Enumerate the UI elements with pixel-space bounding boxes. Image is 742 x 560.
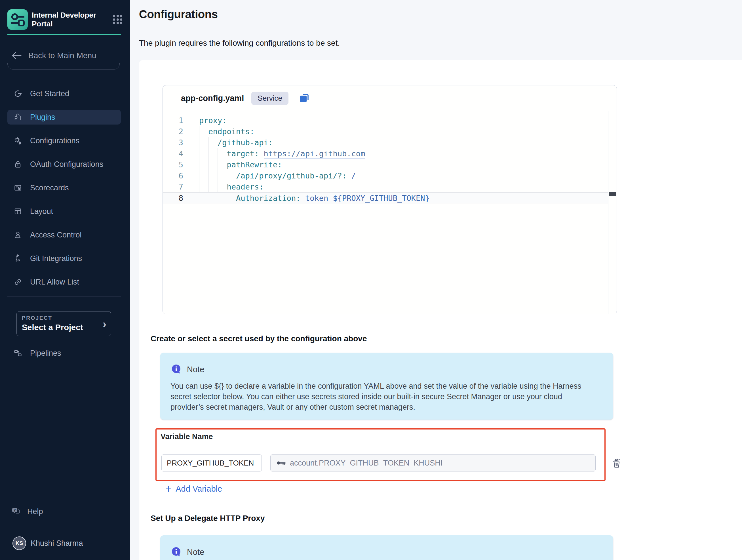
key-icon <box>276 460 286 466</box>
sidebar-divider <box>7 296 121 297</box>
line-number: 7 <box>163 181 183 192</box>
help-chat-icon: ? <box>11 507 20 516</box>
line-number: 6 <box>163 170 183 181</box>
sidebar-item-configurations[interactable]: Configurations <box>7 133 121 148</box>
user-name: Khushi Sharma <box>31 539 83 548</box>
avatar: KS <box>12 537 26 550</box>
pipelines-icon <box>14 349 22 357</box>
svg-text:?: ? <box>14 508 16 512</box>
code-line: 1proxy: <box>163 115 608 126</box>
accent-rule <box>7 34 121 35</box>
project-eyebrow: PROJECT <box>22 315 106 321</box>
secret-selector[interactable]: account.PROXY_GITHUB_TOKEN_KHUSHI <box>270 454 596 471</box>
logo-row: Internal Developer Portal <box>7 9 122 30</box>
help-button[interactable]: ? Help <box>11 505 43 518</box>
sidebar-item-git-integrations[interactable]: Git Integrations <box>7 251 121 266</box>
sidebar-item-access-control[interactable]: Access Control <box>7 227 121 242</box>
sidebar-item-label: Plugins <box>30 113 55 122</box>
service-badge: Service <box>251 92 288 105</box>
project-selector[interactable]: PROJECT Select a Project › <box>16 311 111 336</box>
line-number: 3 <box>163 137 183 148</box>
page-title: Configurations <box>139 8 218 21</box>
sidebar-item-label: Get Started <box>30 89 69 98</box>
back-to-main-menu[interactable]: Back to Main Menu <box>11 49 96 62</box>
arrow-left-icon <box>11 51 22 60</box>
sidebar-item-get-started[interactable]: Get Started <box>7 86 121 101</box>
code-line: 5 pathRewrite: <box>163 159 608 170</box>
code-line: 4 target: https://api.github.com <box>163 148 608 159</box>
line-number: 5 <box>163 159 183 170</box>
line-number: 8 <box>163 193 183 203</box>
module-grid-icon[interactable] <box>113 15 122 24</box>
variable-highlight-box: Variable Name account.PROXY_GITHUB_TOKEN… <box>155 428 605 481</box>
note-box: Note <box>160 535 613 560</box>
sidebar-item-label: Pipelines <box>30 349 61 358</box>
sidebar-item-layout[interactable]: Layout <box>7 204 121 219</box>
line-number: 2 <box>163 126 183 137</box>
editor-header: app-config.yaml Service <box>163 85 617 111</box>
project-label: Select a Project <box>22 323 106 332</box>
delete-variable-icon[interactable] <box>611 458 622 469</box>
variable-name-label: Variable Name <box>161 432 213 441</box>
code-line: 7 headers: <box>163 181 608 192</box>
code-line: 3 /github-api: <box>163 137 608 148</box>
note-title: Note <box>187 548 204 557</box>
page-subtitle: The plugin requires the following config… <box>139 39 340 48</box>
sidebar-item-url-allow-list[interactable]: URL Allow List <box>7 274 121 289</box>
layout-icon <box>14 207 22 216</box>
sidebar: Internal Developer Portal Back to Main M… <box>0 0 130 560</box>
line-number: 4 <box>163 148 183 159</box>
lock-icon <box>14 160 22 168</box>
pipelines-row: Pipelines <box>7 346 121 361</box>
sidebar-item-plugins[interactable]: Plugins <box>7 110 121 124</box>
variable-name-input[interactable] <box>161 454 262 471</box>
delegate-proxy-heading: Set Up a Delegate HTTP Proxy <box>151 514 265 523</box>
plus-icon: + <box>165 483 172 494</box>
line-number: 1 <box>163 115 183 126</box>
note-title: Note <box>187 365 204 374</box>
scorecard-icon <box>14 184 22 192</box>
content-panel: app-config.yaml Service 1proxy: 2 endpoi… <box>139 60 742 560</box>
sidebar-item-label: Git Integrations <box>30 254 82 263</box>
code-line: 6 /api/proxy/github-api/?: / <box>163 170 608 181</box>
person-icon <box>14 231 22 239</box>
link-icon <box>14 278 22 286</box>
yaml-code-editor[interactable]: 1proxy: 2 endpoints: 3 /github-api: 4 ta… <box>163 111 608 314</box>
yaml-editor-card: app-config.yaml Service 1proxy: 2 endpoi… <box>163 85 617 314</box>
sidebar-item-pipelines[interactable]: Pipelines <box>7 346 121 361</box>
get-started-icon <box>14 89 22 98</box>
back-label: Back to Main Menu <box>29 51 96 60</box>
git-branch-icon <box>14 254 22 263</box>
sidebar-bottom-divider <box>0 491 130 491</box>
copy-icon[interactable] <box>298 92 311 105</box>
code-line: 2 endpoints: <box>163 126 608 137</box>
plugins-icon <box>14 113 22 121</box>
editor-filename: app-config.yaml <box>181 94 244 103</box>
note-box: Note You can use ${} to declare a variab… <box>160 353 613 419</box>
sidebar-menu: Get Started Plugins <box>7 86 121 289</box>
configurations-icon <box>14 137 22 145</box>
sidebar-item-label: Configurations <box>30 137 80 145</box>
sidebar-item-label: OAuth Configurations <box>30 160 103 169</box>
code-line-active: 8 Authorization: token ${PROXY_GITHUB_TO… <box>163 192 608 203</box>
sidebar-item-label: Layout <box>30 207 53 216</box>
back-section-divider <box>7 63 120 69</box>
user-account[interactable]: KS Khushi Sharma <box>12 537 83 550</box>
help-label: Help <box>27 507 43 516</box>
sidebar-item-scorecards[interactable]: Scorecards <box>7 181 121 195</box>
info-bubble-icon <box>170 363 182 375</box>
add-variable-button[interactable]: + Add Variable <box>165 483 222 494</box>
app-title: Internal Developer Portal <box>32 11 103 29</box>
scrollbar-thumb[interactable] <box>609 192 616 196</box>
info-bubble-icon <box>170 546 182 558</box>
sidebar-item-label: Scorecards <box>30 184 69 192</box>
sidebar-item-oauth-configurations[interactable]: OAuth Configurations <box>7 157 121 172</box>
app-root: Internal Developer Portal Back to Main M… <box>0 0 742 560</box>
sidebar-item-label: URL Allow List <box>30 278 79 287</box>
note-body: You can use ${} to declare a variable in… <box>170 381 597 412</box>
code-link[interactable]: https://api.github.com <box>264 148 365 159</box>
app-logo-icon <box>7 9 28 30</box>
editor-scrollbar[interactable] <box>608 111 616 314</box>
chevron-right-icon: › <box>103 319 106 329</box>
sidebar-item-label: Access Control <box>30 231 82 240</box>
